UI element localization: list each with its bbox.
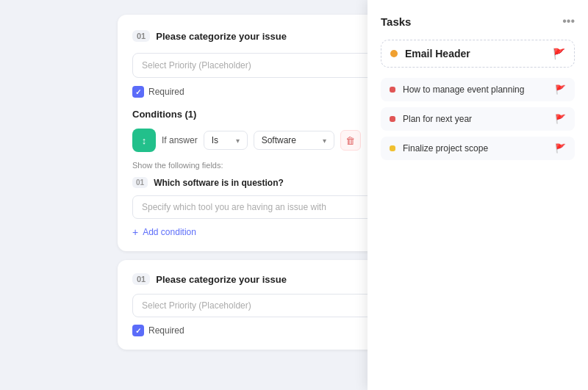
email-dot-icon [390, 50, 398, 57]
card-1-placeholder: Select Priority (Placeholder) [142, 60, 251, 71]
add-condition-label: Add condition [143, 227, 196, 237]
software-select-value: Software [262, 135, 296, 145]
email-header-text: Email Header [405, 48, 545, 59]
delete-condition-button[interactable]: 🗑 [340, 130, 361, 151]
card-2-placeholder: Select Priority (Placeholder) [142, 300, 251, 311]
card-2-title: Please categorize your issue [156, 274, 287, 285]
task-3-dot [390, 145, 395, 151]
sub-step-num: 01 [132, 177, 148, 188]
task-item-1[interactable]: How to manage event planning 🚩 [381, 78, 575, 101]
card-1-step: 01 [132, 30, 150, 42]
card-1-title: Please categorize your issue [156, 31, 287, 42]
sub-field-title: Which software is in question? [154, 178, 379, 188]
card-2-required-left: Required [132, 325, 184, 336]
software-chevron-icon: ▾ [323, 137, 326, 145]
card-2-required-label: Required [148, 325, 184, 336]
task-2-flag-icon: 🚩 [555, 114, 566, 124]
tasks-title: Tasks [381, 15, 411, 28]
if-answer-label: If answer [162, 135, 198, 145]
task-3-text: Finalize project scope [403, 143, 548, 154]
sort-symbol: ↕ [142, 135, 147, 146]
tasks-more-button[interactable]: ••• [562, 15, 575, 28]
plus-icon: + [132, 226, 138, 238]
task-1-text: How to manage event planning [403, 84, 548, 95]
required-checkbox[interactable] [132, 86, 144, 98]
software-select[interactable]: Software ▾ [254, 131, 334, 150]
email-header-row[interactable]: Email Header 🚩 [381, 40, 575, 68]
condition-sort-icon: ↕ [132, 129, 156, 152]
email-flag-icon: 🚩 [553, 48, 565, 59]
card-2-header-left: 01 Please categorize your issue [132, 273, 287, 285]
task-2-dot [390, 116, 395, 122]
task-1-dot [390, 87, 395, 93]
tasks-panel: Tasks ••• Email Header 🚩 How to manage e… [368, 0, 588, 390]
task-1-flag-icon: 🚩 [555, 84, 566, 95]
is-select[interactable]: Is ▾ [204, 131, 248, 150]
is-chevron-icon: ▾ [236, 137, 240, 145]
card-1-header-left: 01 Please categorize your issue [132, 30, 287, 42]
card-2-step: 01 [132, 273, 150, 285]
is-select-value: Is [212, 135, 218, 145]
task-2-text: Plan for next year [403, 114, 548, 124]
task-3-flag-icon: 🚩 [555, 143, 566, 154]
tasks-header: Tasks ••• [381, 15, 575, 28]
task-item-3[interactable]: Finalize project scope 🚩 [381, 137, 575, 160]
required-left: Required [132, 86, 184, 98]
required-label: Required [148, 87, 184, 97]
task-item-2[interactable]: Plan for next year 🚩 [381, 107, 575, 131]
sub-input-placeholder: Specify which tool you are having an iss… [142, 202, 326, 212]
trash-icon: 🗑 [345, 135, 355, 146]
card-2-required-checkbox[interactable] [132, 325, 144, 336]
